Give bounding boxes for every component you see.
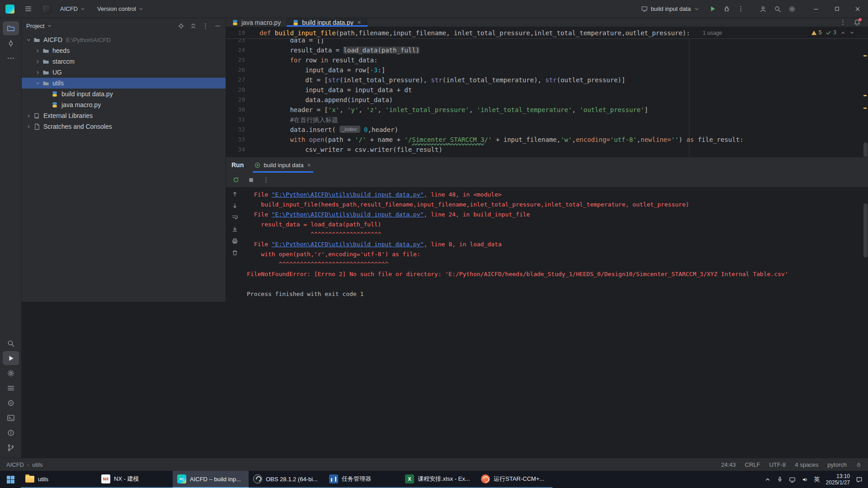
start-button[interactable] xyxy=(0,471,21,488)
inspections-widget[interactable]: 5 3 xyxy=(808,28,857,37)
chevron-right-icon[interactable] xyxy=(33,48,42,53)
tree-item-scratches-and-consoles[interactable]: Scratches and Consoles xyxy=(22,121,226,132)
minimize-button[interactable] xyxy=(806,0,826,18)
microphone-icon[interactable] xyxy=(777,476,783,483)
tool-packages-button[interactable] xyxy=(3,381,19,395)
clock[interactable]: 13:10 2025/1/27 xyxy=(826,473,850,486)
code-line-27[interactable]: 27 dt = [str(inlet_total_pressure), str(… xyxy=(226,75,868,85)
code-line-33[interactable]: 33 with open(path + '/' + name + '/Simce… xyxy=(226,135,868,145)
hide-panel-button[interactable] xyxy=(214,23,221,29)
tree-item-ug[interactable]: UG xyxy=(22,67,226,78)
maximize-button[interactable] xyxy=(826,0,847,18)
code-line-28[interactable]: 28 input_data = input_data + dt xyxy=(226,85,868,95)
down-stack-trace-button[interactable] xyxy=(231,202,238,209)
taskbar-app-aicfd-build-inp[interactable]: AICFD – build inp... xyxy=(173,471,249,488)
tool-commit-button[interactable] xyxy=(3,36,19,50)
tree-item-starccm[interactable]: starccm xyxy=(22,56,226,67)
tool-run-button[interactable] xyxy=(3,351,19,365)
code-line-30[interactable]: 30 header = ['x', 'y', 'z', 'inlet_total… xyxy=(226,105,868,115)
code-line-25[interactable]: 25 for row in result_data: xyxy=(226,55,868,65)
more-tools-button[interactable] xyxy=(3,51,19,65)
scroll-to-end-button[interactable] xyxy=(231,226,238,233)
lock-icon[interactable] xyxy=(856,462,862,468)
chevron-right-icon[interactable] xyxy=(24,113,33,118)
prev-problem-button[interactable] xyxy=(840,30,845,35)
volume-icon[interactable] xyxy=(802,476,808,483)
chevron-right-icon[interactable] xyxy=(24,124,33,129)
vcs-menu[interactable]: Version control xyxy=(94,4,146,14)
stripe-warning-mark[interactable] xyxy=(863,108,867,109)
tab-java-macro[interactable]: java macro.py xyxy=(226,18,287,27)
code-line-35[interactable]: 35 for row in data: xyxy=(226,155,868,157)
close-tab-button[interactable] xyxy=(357,20,362,25)
run-tab[interactable]: build input data xyxy=(253,157,313,173)
collapse-all-button[interactable] xyxy=(190,23,197,29)
tool-terminal-button[interactable] xyxy=(3,411,19,425)
print-button[interactable] xyxy=(231,238,238,244)
run-button[interactable] xyxy=(709,5,716,12)
project-menu[interactable]: AICFD xyxy=(57,4,88,14)
tool-problems-button[interactable] xyxy=(3,426,19,440)
tree-item-aicfd[interactable]: AICFDE:\Python\AICFD xyxy=(22,34,226,45)
input-language[interactable]: 英 xyxy=(814,475,820,483)
breadcrumb-path[interactable]: utils xyxy=(32,461,42,468)
file-encoding[interactable]: UTF-8 xyxy=(769,461,786,468)
stripe-warning-mark[interactable] xyxy=(863,55,867,56)
taskbar-app-nx[interactable]: NX - 建模 xyxy=(97,471,173,488)
tree-item-java-macro-py[interactable]: java macro.py xyxy=(22,99,226,110)
sticky-line[interactable]: 19 def build_input_file(path,filename,in… xyxy=(226,27,868,39)
taskbar-app-star-ccm[interactable]: 运行STAR-CCM+... xyxy=(476,471,552,488)
editor-scrollbar[interactable] xyxy=(863,142,868,157)
passed-indicator[interactable]: 3 xyxy=(826,29,836,36)
code-line-26[interactable]: 26 input_data = row[-3:] xyxy=(226,65,868,75)
run-configuration-selector[interactable]: build input data xyxy=(641,5,699,12)
main-menu-button[interactable] xyxy=(24,5,32,13)
warnings-indicator[interactable]: 5 xyxy=(811,29,822,36)
chevron-right-icon[interactable] xyxy=(33,59,42,64)
close-icon[interactable] xyxy=(307,163,311,168)
code-line-34[interactable]: 34 csv_writer = csv.writer(file_result) xyxy=(226,145,868,155)
clear-all-button[interactable] xyxy=(231,249,238,256)
up-stack-trace-button[interactable] xyxy=(231,191,238,197)
chevron-down-icon[interactable] xyxy=(24,38,33,42)
chevron-down-icon[interactable] xyxy=(47,23,52,28)
network-icon[interactable] xyxy=(789,476,796,483)
search-everywhere-button[interactable] xyxy=(774,5,781,13)
run-console-output[interactable]: File "E:\Python\AICFD\utils\build input … xyxy=(243,187,868,302)
indent-style[interactable]: 4 spaces xyxy=(795,461,818,468)
taskbar-app-item[interactable]: 任务管理器 xyxy=(325,471,401,488)
rerun-button[interactable] xyxy=(232,176,240,183)
debug-button[interactable] xyxy=(723,5,730,12)
soft-wrap-button[interactable] xyxy=(231,214,238,221)
tray-chevron-icon[interactable] xyxy=(764,476,771,483)
chevron-down-icon[interactable] xyxy=(33,81,42,86)
stack-trace-link[interactable]: "E:\Python\AICFD\utils\build input data.… xyxy=(272,211,424,218)
close-button[interactable] xyxy=(847,0,868,18)
tab-options-button[interactable] xyxy=(840,19,846,26)
tool-python-console-button[interactable] xyxy=(3,366,19,380)
line-separator[interactable]: CRLF xyxy=(745,461,760,468)
console-scrollbar[interactable] xyxy=(863,203,868,258)
locate-file-button[interactable] xyxy=(178,23,184,29)
tree-item-external-libraries[interactable]: External Libraries xyxy=(22,110,226,121)
code-line-31[interactable]: 31 #在首行插入标题 xyxy=(226,115,868,125)
panel-options-button[interactable] xyxy=(202,23,209,29)
usage-hint[interactable]: 1 usage xyxy=(703,30,722,36)
stop-button[interactable] xyxy=(248,177,255,183)
code-line-24[interactable]: 24 result_data = load_data(path_full) xyxy=(226,45,868,55)
action-center-icon[interactable] xyxy=(856,476,863,483)
tree-item-heeds[interactable]: heeds xyxy=(22,45,226,56)
stripe-warning-mark[interactable] xyxy=(863,95,867,96)
next-problem-button[interactable] xyxy=(849,30,854,35)
tool-project-button[interactable] xyxy=(3,21,19,35)
tool-search-button[interactable] xyxy=(3,336,19,350)
console-options-button[interactable] xyxy=(263,177,269,183)
taskbar-app-obs-28-1-2-64-bi[interactable]: OBS 28.1.2 (64-bi... xyxy=(249,471,325,488)
notifications-button[interactable] xyxy=(854,19,861,26)
breadcrumb-project[interactable]: AICFD xyxy=(6,461,24,468)
stack-trace-link[interactable]: "E:\Python\AICFD\utils\build input data.… xyxy=(272,241,424,248)
tool-vcs-button[interactable] xyxy=(3,441,19,455)
tab-build-input-data[interactable]: build input data.py xyxy=(287,18,368,27)
taskbar-app-utils[interactable]: utils xyxy=(21,471,97,488)
tool-services-button[interactable] xyxy=(3,396,19,410)
